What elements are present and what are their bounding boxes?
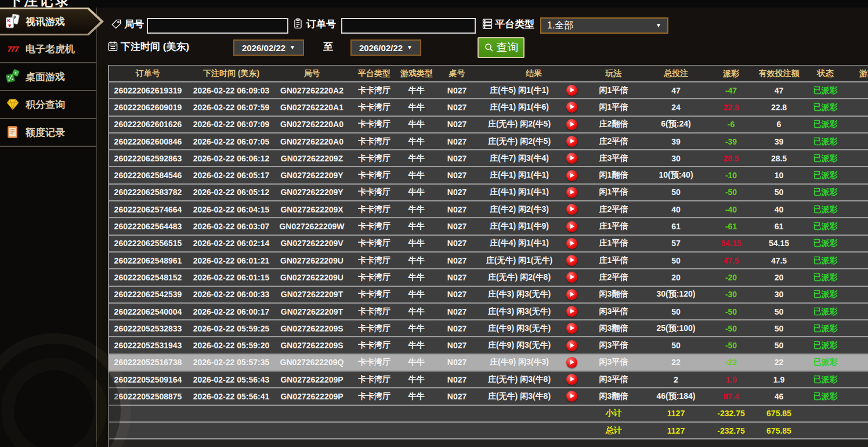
table-row[interactable]: 260222062601626 2026-02-22 06:07:09 GN02… [109,117,868,134]
total-valid-bet: 675.85 [751,426,806,435]
replay-play-button[interactable] [566,153,577,164]
replay-play-button[interactable] [566,374,577,385]
table-row[interactable]: 260222052532833 2026-02-22 05:59:25 GN02… [109,320,868,337]
replay-play-button[interactable] [566,340,577,351]
replay-play-button[interactable] [566,238,577,249]
replay-play-button[interactable] [566,323,577,334]
cell-game-type: 牛牛 [400,391,432,402]
date-to-picker[interactable]: 2026/02/22 ▼ [350,39,421,56]
cell-order-id: 260222052531943 [109,341,187,350]
cell-order-id: 260222062609019 [109,103,187,112]
replay-play-button[interactable] [566,170,577,181]
subtotal-total-bet: 1127 [641,409,711,418]
tag-icon [111,19,122,30]
replay-play-button[interactable] [566,221,577,232]
replay-play-button[interactable] [566,204,577,215]
cell-platform: 卡卡湾厅 [348,374,400,385]
cell-platform: 卡卡湾厅 [348,170,400,181]
cell-result: 庄(无牛) 闲2(牛5) [482,136,586,147]
result-text: 庄(牛3) 闲3(无牛) [482,289,557,300]
table-row[interactable]: 260222052508875 2026-02-22 05:56:41 GN02… [109,388,868,405]
round-number-input[interactable] [147,18,288,34]
result-text: 庄(无牛) 闲3(牛8) [482,391,557,402]
cell-bet-time: 2026-02-22 06:05:12 [187,188,276,197]
sidebar-item-quota-records[interactable]: 额度记录 [0,119,96,147]
table-row[interactable]: 260222062548961 2026-02-22 06:01:21 GN02… [109,253,868,269]
sidebar-item-table-games[interactable]: 桌面游戏 [0,63,96,91]
replay-play-button[interactable] [566,85,577,96]
table-row[interactable]: 260222062619319 2026-02-22 06:09:03 GN02… [109,82,868,99]
replay-play-button[interactable] [566,255,577,266]
table-row[interactable]: 260222062556515 2026-02-22 06:02:14 GN02… [109,236,868,253]
cell-table-no: N027 [432,324,482,333]
table-row[interactable]: 260222062600846 2026-02-22 06:07:05 GN02… [109,134,868,150]
cell-total-bet: 22 [641,358,711,367]
cell-table-no: N027 [432,103,482,112]
table-row[interactable]: 260222052516738 2026-02-22 05:57:35 GN02… [109,355,868,372]
cell-round-id: GN0272622209U [276,256,348,265]
order-number-input[interactable] [341,18,476,34]
cell-payout: -40 [711,205,751,214]
cell-payout: -22 [711,358,751,367]
replay-play-button[interactable] [566,136,577,147]
replay-play-button[interactable] [566,272,577,283]
bet-records-table: 订单号 下注时间 (美东) 局号 平台类型 游戏类型 桌号 结果 玩法 总投注 … [108,65,868,447]
date-from-picker[interactable]: 2026/02/22 ▼ [233,39,304,56]
search-button[interactable]: 查询 [478,37,525,58]
cell-play-type: 庄1平倍 [586,238,641,248]
table-row[interactable]: 260222062564483 2026-02-22 06:03:07 GN02… [109,218,868,235]
cell-payout: 28.5 [711,154,751,163]
table-row[interactable]: 260222062574664 2026-02-22 06:04:15 GN02… [109,201,868,218]
cell-table-no: N027 [432,205,482,214]
replay-play-button[interactable] [566,357,577,368]
cell-table-no: N027 [432,137,482,146]
replay-play-button[interactable] [566,391,577,402]
date-from-value: 2026/02/22 [242,43,285,53]
cell-round-id: GN0272622209X [276,205,348,214]
chevron-down-icon: ▼ [290,45,295,51]
date-to-value: 2026/02/22 [359,43,403,53]
cell-status: 已派彩 [806,323,844,334]
cell-result: 庄(无牛) 闲3(牛8) [482,391,586,402]
cell-bet-time: 2026-02-22 05:57:35 [187,358,276,367]
cell-game-type: 牛牛 [400,255,432,266]
cell-round-id: GN0272622209S [276,341,348,350]
cell-status: 已派彩 [806,187,844,197]
cell-bet-time: 2026-02-22 06:09:03 [187,86,276,95]
cell-table-no: N027 [432,222,482,231]
sidebar-item-points[interactable]: 积分查询 [0,91,96,119]
table-row[interactable]: 260222062592863 2026-02-22 06:06:12 GN02… [109,150,868,167]
table-row[interactable]: 260222062584546 2026-02-22 06:05:17 GN02… [109,167,868,184]
cell-total-bet: 30(预:120) [641,289,711,300]
table-row[interactable]: 260222062542539 2026-02-22 06:00:33 GN02… [109,287,868,304]
cell-game-type: 牛牛 [400,272,432,283]
dice-icon [5,69,20,84]
cell-valid-bet: 6 [751,120,806,129]
table-row[interactable]: 260222062583782 2026-02-22 06:05:12 GN02… [109,185,868,201]
sidebar-item-label: 视讯游戏 [26,15,65,28]
top-title-bar: 下注记录 [0,0,868,8]
replay-play-button[interactable] [566,102,577,113]
cell-status: 已派彩 [806,255,844,266]
table-row[interactable]: 260222062609019 2026-02-22 06:07:59 GN02… [109,99,868,116]
cell-play-type: 闲3翻倍 [586,323,641,334]
table-row[interactable]: 260222052531943 2026-02-22 05:59:20 GN02… [109,337,868,354]
platform-type-select[interactable]: 1.全部 ▼ [540,17,668,34]
cell-order-id: 260222062592863 [109,154,187,163]
replay-play-button[interactable] [566,119,577,130]
sidebar-item-video-games[interactable]: 9 K ♥ 视讯游戏 [0,8,96,35]
table-row[interactable]: 260222062548152 2026-02-22 06:01:15 GN02… [109,269,868,286]
cell-valid-bet: 28.5 [751,154,806,163]
table-row[interactable]: 260222052509164 2026-02-22 05:56:43 GN02… [109,372,868,388]
result-text: 庄(牛1) 闲1(牛1) [482,170,557,181]
cell-order-id: 260222062564483 [109,222,187,231]
cell-table-no: N027 [432,86,482,95]
cell-result: 庄(牛9) 闲3(牛3) [482,357,586,368]
cell-order-id: 260222052516738 [109,358,187,367]
replay-play-button[interactable] [566,289,577,300]
replay-play-button[interactable] [566,187,577,198]
sidebar-item-slots[interactable]: 777 电子老虎机 [0,35,96,63]
replay-play-button[interactable] [566,306,577,317]
table-row[interactable]: 260222062540004 2026-02-22 06:00:17 GN02… [109,304,868,320]
cell-total-bet: 61 [641,222,711,231]
